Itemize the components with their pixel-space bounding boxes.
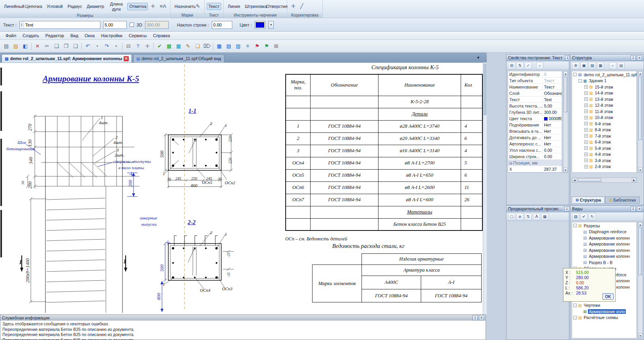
menu-item[interactable]: Окна — [81, 32, 98, 39]
slope-input[interactable] — [212, 21, 232, 29]
tree-item[interactable]: + ▨ 2-й этаж — [572, 164, 636, 170]
expand-icon[interactable]: + — [584, 165, 588, 168]
tree-item[interactable]: + ▨ 14-й этаж — [572, 90, 636, 96]
tool-text[interactable]: Текст — [207, 3, 222, 10]
scrollbar-thumb[interactable] — [484, 64, 486, 115]
menu-item[interactable]: Создать — [19, 32, 42, 39]
scroll-left-icon[interactable]: ◀ — [572, 178, 577, 182]
views-scrollbar[interactable]: ▲ ▼ — [638, 222, 643, 338]
text-height-input[interactable] — [103, 21, 127, 29]
tree-item[interactable]: + ▨ 5-й этаж — [572, 145, 636, 151]
flag-green-icon[interactable]: ⚑ — [262, 42, 271, 51]
tab-list-dropdown-icon[interactable]: ▼ — [476, 56, 480, 60]
expand-icon[interactable]: + — [584, 116, 588, 119]
expand-icon[interactable]: - — [573, 73, 577, 76]
menu-item[interactable]: Вид — [67, 32, 81, 39]
ok-button[interactable]: OK — [603, 293, 614, 300]
elevation-view-geometry[interactable] — [20, 115, 170, 313]
expand-icon[interactable]: + — [584, 104, 588, 107]
new-folder-icon[interactable]: ▣ — [580, 62, 588, 69]
numbering-icon[interactable]: ⇅ — [525, 213, 532, 220]
tree-item[interactable]: ▤ Diaphragm reinforce — [572, 229, 636, 235]
print-icon[interactable]: ⊟ — [124, 42, 133, 51]
scroll-up-icon[interactable]: ▲ — [638, 222, 642, 227]
expand-icon[interactable]: + — [584, 122, 588, 125]
redo-icon[interactable]: ↷ — [102, 42, 111, 51]
apply-icon[interactable]: ✔ — [580, 213, 588, 220]
close-icon[interactable]: ✕ — [479, 315, 484, 320]
open-folder-icon[interactable]: ▨ — [589, 62, 596, 69]
expand-icon[interactable]: - — [573, 316, 577, 319]
page-icon[interactable]: ▢ — [508, 213, 515, 220]
3d-checkbox[interactable] — [130, 23, 134, 27]
tool-radius[interactable]: Радиус — [66, 3, 84, 10]
monitor-green-icon[interactable]: ▦ — [165, 42, 173, 51]
move-icon[interactable]: ✛ — [289, 2, 298, 11]
drawing-canvas[interactable]: Спецификация колонны К-5Армирование коло… — [0, 62, 483, 314]
assign-mark-icon[interactable]: ✎ — [194, 2, 202, 11]
delete-icon[interactable]: ✕ — [33, 42, 42, 51]
expand-icon[interactable]: + — [584, 85, 588, 89]
pin-icon[interactable]: ↧ — [631, 206, 636, 212]
canvas-vertical-scrollbar[interactable] — [483, 62, 487, 314]
expand-icon[interactable]: - — [573, 224, 577, 227]
search-icon[interactable]: ⌕ — [609, 62, 616, 69]
close-icon[interactable]: ✕ — [637, 206, 642, 212]
flag-red-icon[interactable]: ⚑ — [253, 42, 262, 51]
scroll-down-icon[interactable]: ▼ — [563, 168, 568, 172]
page-fit-icon[interactable]: ⧈ — [516, 213, 523, 220]
open-view-icon[interactable]: ▨ — [572, 213, 579, 220]
tab-general-view[interactable]: ▤demo rol_2_шпильки_11.spf:Общий вид✕ — [133, 54, 224, 62]
apply-icon[interactable]: ✓ — [525, 62, 532, 69]
expand-icon[interactable]: + — [584, 97, 588, 101]
scrollbar-thumb[interactable] — [638, 77, 642, 140]
search-icon[interactable]: ⌕ — [536, 62, 543, 69]
tool-diameter[interactable]: Диаметр — [85, 3, 105, 10]
tree-item[interactable]: + ▨ 4-й этаж — [572, 151, 636, 158]
tool-angular[interactable]: Угловой — [45, 3, 65, 10]
scroll-up-icon[interactable]: ▲ — [563, 71, 568, 76]
expand-icon[interactable]: + — [584, 134, 588, 138]
tree-item[interactable]: ▤ Разрез В - В — [572, 259, 636, 266]
tree-item[interactable]: + ▨ 11-й этаж — [572, 108, 636, 115]
paste-icon[interactable]: ❐ — [62, 42, 70, 51]
spinner-icon[interactable]: ▴▾ — [20, 21, 24, 28]
tree-item[interactable]: + ▨ 7-й этаж — [572, 133, 636, 139]
menu-item[interactable]: Настройки — [98, 32, 126, 39]
text-input[interactable] — [24, 21, 100, 28]
scrollbar-thumb[interactable] — [638, 228, 642, 275]
scroll-up-icon[interactable]: ▲ — [638, 71, 642, 76]
tree-item[interactable]: + ▨ 10-й этаж — [572, 115, 636, 121]
tree-item[interactable]: - ▦ Здание 1 — [572, 78, 636, 84]
tree-item[interactable]: - ▤ demo rol_2_шпильки_11.spf — [572, 72, 636, 78]
tree-item[interactable]: + ▨ 13-й этаж — [572, 96, 636, 102]
redo-drop-icon[interactable]: ▾ — [112, 42, 121, 51]
structure-vscrollbar[interactable]: ▲ ▼ — [638, 71, 643, 173]
color-dropdown-icon[interactable]: ▼ — [268, 21, 274, 29]
undo-icon[interactable]: ↶ — [83, 42, 92, 51]
tree-item[interactable]: + ▨ 9-й этаж — [572, 121, 636, 127]
close-icon[interactable]: ✕ — [637, 55, 642, 60]
cut-icon[interactable]: ✂ — [43, 42, 51, 51]
close-tab-icon[interactable]: ✕ — [124, 56, 129, 61]
help-icon[interactable]: ? — [134, 42, 142, 51]
tool-line[interactable]: Линия — [226, 3, 242, 10]
menu-item[interactable]: Справка — [150, 32, 173, 39]
expand-icon[interactable]: + — [584, 146, 588, 150]
pin-icon[interactable]: ↧ — [564, 206, 569, 212]
save-icon[interactable]: ◧ — [21, 42, 30, 51]
report-icon[interactable]: ▤ — [618, 62, 625, 69]
pin-icon[interactable]: ↧ — [473, 315, 478, 320]
pin-icon[interactable]: ↧ — [631, 55, 636, 60]
expand-icon[interactable]: - — [573, 304, 577, 307]
section-2-2-geometry[interactable] — [160, 232, 234, 312]
text-preview-icon[interactable]: A — [533, 213, 540, 220]
menu-item[interactable]: Редактор — [42, 32, 67, 39]
tool-elevation[interactable]: Отметка — [127, 3, 148, 10]
tree-item[interactable]: ▦ Армирование коло — [572, 308, 636, 315]
tree-item[interactable]: - ▨ Разрезы — [572, 223, 636, 229]
tree-item[interactable]: ▤ Армирование колонн — [572, 253, 636, 260]
pencil-icon[interactable]: ✎ — [184, 42, 192, 51]
undo-drop-icon[interactable]: ▾ — [93, 42, 102, 51]
expand-icon[interactable]: + — [584, 128, 588, 132]
